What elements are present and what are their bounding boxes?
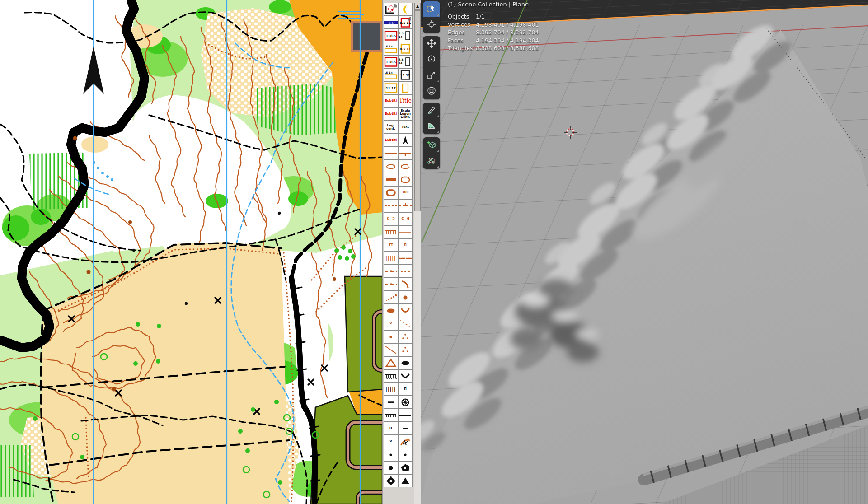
symbol-cell-15-l[interactable] bbox=[384, 199, 398, 212]
symbol-cell-1-l[interactable]: -C+D# bbox=[384, 16, 398, 29]
symbol-cell-12-r[interactable] bbox=[398, 160, 413, 173]
symbol-cell-11-l[interactable] bbox=[384, 147, 398, 160]
move-tool-button[interactable] bbox=[423, 36, 440, 52]
symbol-row: SubtitlTitle bbox=[384, 94, 414, 107]
symbol-cell-22-l[interactable] bbox=[384, 291, 398, 304]
symbol-cell-10-l[interactable]: Subtitl bbox=[384, 134, 398, 147]
symbol-cell-30-r[interactable] bbox=[398, 396, 413, 409]
measure-tool-button[interactable] bbox=[423, 118, 440, 134]
symbol-cell-14-r[interactable]: 100 bbox=[398, 186, 413, 199]
symbol-cell-7-r[interactable]: Title bbox=[398, 94, 413, 107]
symbol-cell-14-l[interactable] bbox=[384, 186, 398, 199]
symbol-cell-35-l[interactable] bbox=[384, 461, 398, 474]
symbol-cell-6-r[interactable] bbox=[398, 81, 413, 94]
symbol-cell-20-r[interactable] bbox=[398, 265, 413, 278]
map-canvas[interactable] bbox=[0, 0, 382, 504]
symbol-cell-24-r[interactable] bbox=[398, 317, 413, 330]
symbol-cell-24-l[interactable]: V bbox=[384, 317, 398, 330]
svg-text:118.5: 118.5 bbox=[386, 34, 396, 38]
symbol-cell-13-r[interactable] bbox=[398, 173, 413, 186]
transform-tool-button[interactable] bbox=[423, 84, 440, 99]
scroll-thumb[interactable] bbox=[414, 10, 421, 211]
symbol-cell-11-r[interactable] bbox=[398, 147, 413, 160]
symbol-cell-22-r[interactable] bbox=[398, 291, 413, 304]
symbol-cell-19-l[interactable]: ||||| bbox=[384, 252, 398, 265]
symbol-cell-6-l[interactable]: 11 17 bbox=[384, 81, 398, 94]
symbol-row bbox=[384, 160, 414, 173]
symbol-cell-21-l[interactable] bbox=[384, 278, 398, 291]
symbol-cell-5-r[interactable]: 11 17 bbox=[398, 68, 413, 81]
svg-text:8.5: 8.5 bbox=[399, 58, 404, 61]
symbol-cell-26-r[interactable] bbox=[398, 343, 413, 356]
symbol-cell-29-r[interactable]: Π bbox=[398, 383, 413, 396]
symbol-cell-31-r[interactable] bbox=[398, 409, 413, 422]
cut-tool-button[interactable] bbox=[423, 153, 440, 169]
symbol-row bbox=[384, 356, 414, 369]
symbol-cell-28-l[interactable] bbox=[384, 369, 398, 383]
symbol-cell-36-l[interactable] bbox=[384, 474, 398, 487]
blender-3d-viewport[interactable]: (1) Scene Collection | Plane Objects1/1 … bbox=[421, 0, 868, 504]
symbol-cell-20-l[interactable] bbox=[384, 265, 398, 278]
symbol-cell-27-l[interactable] bbox=[384, 356, 398, 369]
symbol-cell-33-l[interactable]: V bbox=[384, 435, 398, 448]
svg-text:14: 14 bbox=[399, 61, 402, 65]
symbol-cell-7-l[interactable]: Subtitl bbox=[384, 94, 398, 107]
symbol-cell-35-r[interactable] bbox=[398, 461, 413, 474]
symbol-cell-13-l[interactable] bbox=[384, 173, 398, 186]
symbol-cell-28-r[interactable] bbox=[398, 369, 413, 383]
symbol-cell-3-r[interactable]: 8.5 11 bbox=[398, 42, 413, 55]
symbol-cell-18-l[interactable]: TT bbox=[384, 238, 398, 252]
select-box-tool-button[interactable] bbox=[423, 1, 440, 17]
symbol-cell-2-r[interactable]: 8.514 bbox=[398, 29, 413, 42]
scroll-up-button[interactable]: ▲ bbox=[414, 3, 421, 10]
symbol-cell-17-l[interactable] bbox=[384, 225, 398, 238]
symbol-cell-34-l[interactable] bbox=[384, 448, 398, 461]
viewport-scene bbox=[421, 0, 868, 504]
symbol-cell-33-r[interactable] bbox=[398, 435, 413, 448]
cursor-tool-button[interactable] bbox=[423, 17, 440, 33]
symbol-cell-36-r[interactable] bbox=[398, 474, 413, 487]
rotate-tool-button[interactable] bbox=[423, 52, 440, 68]
symbol-cell-27-r[interactable] bbox=[398, 356, 413, 369]
symbol-cell-9-r[interactable]: Text bbox=[398, 121, 413, 134]
scale-tool-button[interactable] bbox=[423, 68, 440, 84]
symbol-cell-8-l[interactable]: Subtitl bbox=[384, 107, 398, 121]
symbol-row bbox=[384, 448, 414, 461]
symbol-cell-10-r[interactable] bbox=[398, 134, 413, 147]
symbol-cell-32-l[interactable]: Π bbox=[384, 422, 398, 435]
symbol-cell-34-r[interactable] bbox=[398, 448, 413, 461]
symbol-cell-4-r[interactable]: 8.514 bbox=[398, 55, 413, 68]
symbol-cell-8-r[interactable]: Scale Legen Cont. bbox=[398, 107, 413, 121]
stat-value: 4,198,401 / 4,198,401 bbox=[476, 21, 539, 29]
symbol-cell-17-r[interactable] bbox=[398, 225, 413, 238]
symbol-cell-12-l[interactable] bbox=[384, 160, 398, 173]
symbol-row bbox=[384, 199, 414, 212]
symbol-cell-26-l[interactable] bbox=[384, 343, 398, 356]
symbol-cell-15-r[interactable] bbox=[398, 199, 413, 212]
symbol-cell-32-r[interactable] bbox=[398, 422, 413, 435]
symbol-cell-16-r[interactable]: C Ǝ bbox=[398, 212, 413, 225]
symbol-cell-18-r[interactable]: Π bbox=[398, 238, 413, 252]
symbol-cell-29-l[interactable]: ||||| bbox=[384, 383, 398, 396]
symbol-cell-25-r[interactable] bbox=[398, 330, 413, 343]
symbol-cell-5-l[interactable]: .5 14 bbox=[384, 68, 398, 81]
symbol-cell-19-r[interactable] bbox=[398, 252, 413, 265]
symbol-cell-23-l[interactable] bbox=[384, 304, 398, 317]
transform-icon bbox=[427, 86, 436, 97]
add-cube-tool-button[interactable] bbox=[423, 137, 440, 153]
symbol-cell-31-l[interactable] bbox=[384, 409, 398, 422]
symbol-cell-3-l[interactable]: .5 14 bbox=[384, 42, 398, 55]
symbol-cell-9-l[interactable]: Leg. cont. bbox=[384, 121, 398, 134]
symbol-cell-30-l[interactable] bbox=[384, 396, 398, 409]
symbol-cell-0-l[interactable] bbox=[384, 3, 398, 16]
symbol-cell-0-r[interactable] bbox=[398, 3, 413, 16]
symbol-scrollbar[interactable]: ▲ bbox=[414, 3, 421, 504]
symbol-cell-1-r[interactable]: 8.5 11 bbox=[398, 16, 413, 29]
symbol-cell-21-r[interactable] bbox=[398, 278, 413, 291]
symbol-cell-16-l[interactable]: C Ɔ bbox=[384, 212, 398, 225]
symbol-cell-25-l[interactable] bbox=[384, 330, 398, 343]
symbol-cell-2-l[interactable]: 118.5 bbox=[384, 29, 398, 42]
annotate-tool-button[interactable] bbox=[423, 103, 440, 118]
symbol-cell-23-r[interactable] bbox=[398, 304, 413, 317]
symbol-cell-4-l[interactable]: 118.5 bbox=[384, 55, 398, 68]
